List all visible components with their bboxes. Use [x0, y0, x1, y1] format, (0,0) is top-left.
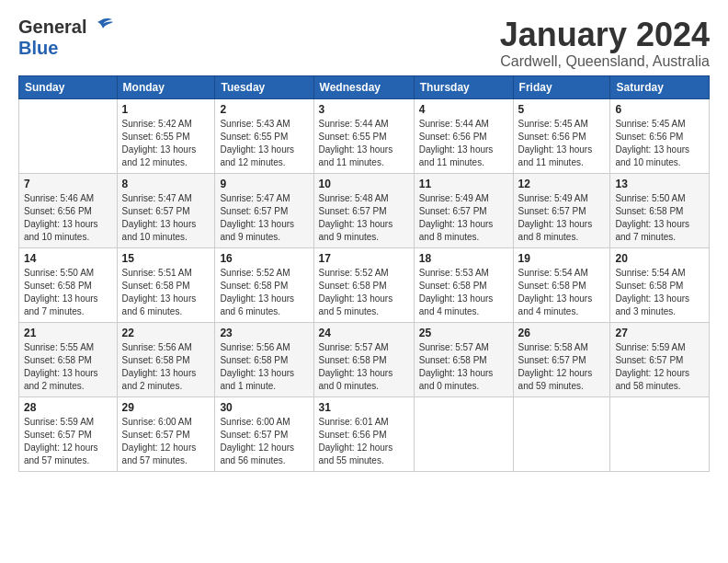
- table-row: [19, 98, 118, 173]
- day-number: 1: [122, 103, 210, 116]
- day-number: 28: [24, 401, 112, 414]
- table-row: 20Sunrise: 5:54 AMSunset: 6:58 PMDayligh…: [610, 247, 710, 322]
- day-number: 23: [220, 327, 308, 339]
- day-number: 29: [122, 401, 210, 414]
- table-row: 3Sunrise: 5:44 AMSunset: 6:55 PMDaylight…: [313, 98, 414, 173]
- day-number: 22: [122, 327, 210, 339]
- table-row: [610, 396, 710, 471]
- day-number: 3: [319, 103, 409, 116]
- day-info: Sunrise: 5:58 AMSunset: 6:57 PMDaylight:…: [518, 341, 606, 393]
- day-number: 27: [615, 327, 704, 339]
- day-info: Sunrise: 5:48 AMSunset: 6:57 PMDaylight:…: [319, 192, 409, 244]
- table-row: 25Sunrise: 5:57 AMSunset: 6:58 PMDayligh…: [414, 322, 513, 396]
- day-info: Sunrise: 5:49 AMSunset: 6:57 PMDaylight:…: [518, 192, 606, 244]
- table-row: 17Sunrise: 5:52 AMSunset: 6:58 PMDayligh…: [313, 247, 414, 322]
- day-number: 6: [615, 103, 704, 116]
- day-info: Sunrise: 5:57 AMSunset: 6:58 PMDaylight:…: [419, 341, 508, 393]
- day-number: 31: [319, 401, 409, 414]
- table-row: [513, 396, 610, 471]
- day-info: Sunrise: 5:56 AMSunset: 6:58 PMDaylight:…: [122, 341, 210, 393]
- day-info: Sunrise: 5:59 AMSunset: 6:57 PMDaylight:…: [24, 416, 112, 467]
- table-row: 13Sunrise: 5:50 AMSunset: 6:58 PMDayligh…: [610, 173, 710, 247]
- col-tuesday: Tuesday: [215, 75, 313, 98]
- table-row: 30Sunrise: 6:00 AMSunset: 6:57 PMDayligh…: [215, 396, 313, 471]
- col-wednesday: Wednesday: [313, 75, 414, 98]
- day-number: 24: [319, 327, 409, 339]
- day-info: Sunrise: 5:50 AMSunset: 6:58 PMDaylight:…: [615, 192, 704, 244]
- table-row: 1Sunrise: 5:42 AMSunset: 6:55 PMDaylight…: [117, 98, 215, 173]
- day-info: Sunrise: 5:56 AMSunset: 6:58 PMDaylight:…: [220, 341, 308, 393]
- table-row: [414, 396, 513, 471]
- day-number: 7: [24, 178, 112, 190]
- logo-blue: Blue: [18, 38, 58, 59]
- day-info: Sunrise: 5:59 AMSunset: 6:57 PMDaylight:…: [615, 341, 704, 393]
- header: General Blue January 2024 Cardwell, Quee…: [18, 17, 710, 70]
- table-row: 21Sunrise: 5:55 AMSunset: 6:58 PMDayligh…: [19, 322, 118, 396]
- day-info: Sunrise: 5:51 AMSunset: 6:58 PMDaylight:…: [122, 267, 210, 318]
- logo-general: General: [18, 17, 86, 38]
- day-number: 21: [24, 327, 112, 339]
- col-thursday: Thursday: [414, 75, 513, 98]
- day-info: Sunrise: 5:50 AMSunset: 6:58 PMDaylight:…: [24, 267, 112, 318]
- location-title: Cardwell, Queensland, Australia: [500, 53, 710, 70]
- logo: General Blue: [18, 17, 114, 59]
- col-sunday: Sunday: [19, 75, 118, 98]
- table-row: 6Sunrise: 5:45 AMSunset: 6:56 PMDaylight…: [610, 98, 710, 173]
- day-number: 15: [122, 252, 210, 265]
- table-row: 11Sunrise: 5:49 AMSunset: 6:57 PMDayligh…: [414, 173, 513, 247]
- table-row: 2Sunrise: 5:43 AMSunset: 6:55 PMDaylight…: [215, 98, 313, 173]
- day-info: Sunrise: 5:49 AMSunset: 6:57 PMDaylight:…: [419, 192, 508, 244]
- month-title: January 2024: [500, 17, 710, 53]
- header-row: Sunday Monday Tuesday Wednesday Thursday…: [19, 75, 710, 98]
- day-number: 16: [220, 252, 308, 265]
- col-monday: Monday: [117, 75, 215, 98]
- table-row: 31Sunrise: 6:01 AMSunset: 6:56 PMDayligh…: [313, 396, 414, 471]
- table-row: 10Sunrise: 5:48 AMSunset: 6:57 PMDayligh…: [313, 173, 414, 247]
- table-row: 28Sunrise: 5:59 AMSunset: 6:57 PMDayligh…: [19, 396, 118, 471]
- table-row: 4Sunrise: 5:44 AMSunset: 6:56 PMDaylight…: [414, 98, 513, 173]
- table-row: 9Sunrise: 5:47 AMSunset: 6:57 PMDaylight…: [215, 173, 313, 247]
- calendar-week-row: 1Sunrise: 5:42 AMSunset: 6:55 PMDaylight…: [19, 98, 710, 173]
- day-number: 9: [220, 178, 308, 190]
- day-number: 18: [419, 252, 508, 265]
- table-row: 15Sunrise: 5:51 AMSunset: 6:58 PMDayligh…: [117, 247, 215, 322]
- table-row: 7Sunrise: 5:46 AMSunset: 6:56 PMDaylight…: [19, 173, 118, 247]
- day-info: Sunrise: 5:54 AMSunset: 6:58 PMDaylight:…: [518, 267, 606, 318]
- day-info: Sunrise: 5:43 AMSunset: 6:55 PMDaylight:…: [220, 118, 308, 169]
- day-number: 4: [419, 103, 508, 116]
- day-number: 19: [518, 252, 606, 265]
- page: General Blue January 2024 Cardwell, Quee…: [0, 0, 728, 481]
- day-number: 25: [419, 327, 508, 339]
- table-row: 5Sunrise: 5:45 AMSunset: 6:56 PMDaylight…: [513, 98, 610, 173]
- col-saturday: Saturday: [610, 75, 710, 98]
- day-info: Sunrise: 5:57 AMSunset: 6:58 PMDaylight:…: [319, 341, 409, 393]
- table-row: 26Sunrise: 5:58 AMSunset: 6:57 PMDayligh…: [513, 322, 610, 396]
- logo-bird-icon: [88, 17, 114, 37]
- table-row: 27Sunrise: 5:59 AMSunset: 6:57 PMDayligh…: [610, 322, 710, 396]
- day-info: Sunrise: 5:47 AMSunset: 6:57 PMDaylight:…: [220, 192, 308, 244]
- calendar-week-row: 28Sunrise: 5:59 AMSunset: 6:57 PMDayligh…: [19, 396, 710, 471]
- calendar-week-row: 14Sunrise: 5:50 AMSunset: 6:58 PMDayligh…: [19, 247, 710, 322]
- day-info: Sunrise: 5:45 AMSunset: 6:56 PMDaylight:…: [518, 118, 606, 169]
- day-info: Sunrise: 5:52 AMSunset: 6:58 PMDaylight:…: [220, 267, 308, 318]
- day-info: Sunrise: 6:00 AMSunset: 6:57 PMDaylight:…: [220, 416, 308, 467]
- table-row: 29Sunrise: 6:00 AMSunset: 6:57 PMDayligh…: [117, 396, 215, 471]
- day-number: 10: [319, 178, 409, 190]
- table-row: 22Sunrise: 5:56 AMSunset: 6:58 PMDayligh…: [117, 322, 215, 396]
- day-number: 17: [319, 252, 409, 265]
- title-area: January 2024 Cardwell, Queensland, Austr…: [500, 17, 710, 70]
- day-info: Sunrise: 5:44 AMSunset: 6:55 PMDaylight:…: [319, 118, 409, 169]
- day-info: Sunrise: 6:01 AMSunset: 6:56 PMDaylight:…: [319, 416, 409, 467]
- day-info: Sunrise: 5:46 AMSunset: 6:56 PMDaylight:…: [24, 192, 112, 244]
- table-row: 24Sunrise: 5:57 AMSunset: 6:58 PMDayligh…: [313, 322, 414, 396]
- table-row: 19Sunrise: 5:54 AMSunset: 6:58 PMDayligh…: [513, 247, 610, 322]
- day-number: 13: [615, 178, 704, 190]
- day-number: 2: [220, 103, 308, 116]
- table-row: 8Sunrise: 5:47 AMSunset: 6:57 PMDaylight…: [117, 173, 215, 247]
- table-row: 12Sunrise: 5:49 AMSunset: 6:57 PMDayligh…: [513, 173, 610, 247]
- day-info: Sunrise: 5:45 AMSunset: 6:56 PMDaylight:…: [615, 118, 704, 169]
- day-number: 20: [615, 252, 704, 265]
- table-row: 14Sunrise: 5:50 AMSunset: 6:58 PMDayligh…: [19, 247, 118, 322]
- day-info: Sunrise: 5:54 AMSunset: 6:58 PMDaylight:…: [615, 267, 704, 318]
- table-row: 16Sunrise: 5:52 AMSunset: 6:58 PMDayligh…: [215, 247, 313, 322]
